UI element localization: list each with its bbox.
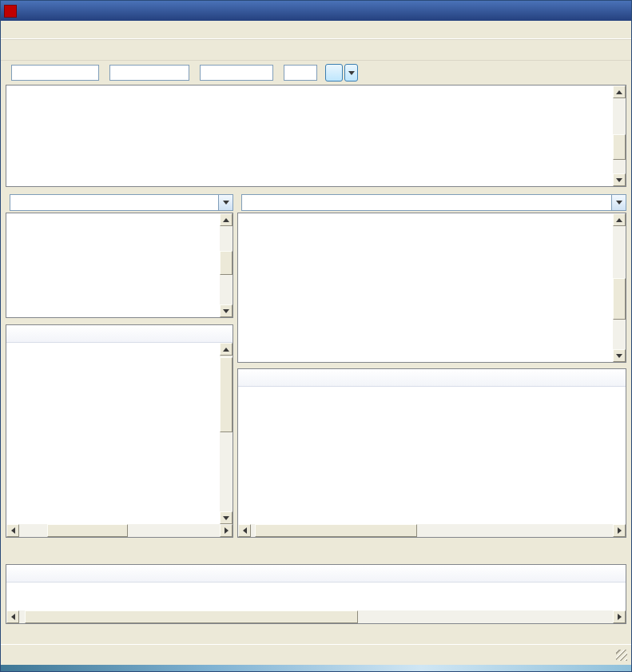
arrow-right-icon (618, 527, 622, 534)
message-log (6, 85, 613, 186)
tree-list-splitter[interactable] (6, 318, 233, 324)
local-file-list (6, 343, 220, 524)
main-panels (6, 193, 626, 558)
quickconnect-bar (1, 61, 631, 85)
transfer-queue-panel (6, 564, 626, 624)
scrollbar-thumb[interactable] (613, 134, 626, 160)
scroll-down-button[interactable] (220, 304, 233, 317)
tree-list-splitter[interactable] (237, 363, 626, 368)
filezilla-app-icon (4, 5, 17, 18)
message-log-scrollbar[interactable] (613, 85, 626, 186)
scroll-right-button[interactable] (613, 524, 626, 537)
scrollbar-track[interactable] (613, 98, 626, 173)
resize-grip[interactable] (616, 650, 627, 661)
scroll-left-button[interactable] (238, 524, 251, 537)
scroll-left-button[interactable] (6, 610, 19, 623)
scrollbar-thumb[interactable] (220, 251, 233, 274)
local-list-horizontal-scrollbar[interactable] (6, 524, 233, 537)
scroll-down-button[interactable] (220, 511, 233, 524)
chevron-down-icon (616, 201, 622, 205)
arrow-left-icon (11, 614, 15, 620)
scrollbar-track[interactable] (220, 226, 233, 304)
arrow-down-icon (616, 178, 622, 182)
toolbar (1, 39, 631, 61)
remote-list-horizontal-scrollbar[interactable] (238, 524, 626, 537)
message-log-panel (6, 85, 626, 187)
remote-tree-scrollbar[interactable] (613, 213, 626, 362)
horizontal-splitter[interactable] (1, 187, 631, 193)
scrollbar-track[interactable] (220, 356, 233, 511)
status-bar (1, 644, 631, 665)
arrow-down-icon (616, 354, 622, 358)
remote-tree-panel (237, 213, 626, 363)
local-file-list-panel (6, 324, 233, 538)
local-status-text (6, 540, 233, 558)
arrow-down-icon (223, 516, 229, 520)
quickconnect-button[interactable] (325, 64, 343, 82)
scroll-down-button[interactable] (613, 173, 626, 186)
scrollbar-thumb[interactable] (255, 524, 418, 537)
remote-panel (237, 193, 626, 558)
scrollbar-track[interactable] (251, 524, 613, 537)
local-site-bar (6, 193, 233, 213)
remote-file-list-panel (237, 368, 626, 538)
scrollbar-thumb[interactable] (613, 278, 626, 320)
scrollbar-thumb[interactable] (220, 357, 233, 432)
remote-list-header (238, 369, 626, 387)
scrollbar-track[interactable] (613, 226, 626, 349)
queue-tabs (1, 624, 631, 644)
local-directory-tree (6, 213, 220, 317)
arrow-left-icon (243, 527, 247, 534)
queue-header (6, 565, 626, 583)
queue-body (6, 583, 626, 610)
remote-file-list (238, 387, 626, 524)
scroll-up-button[interactable] (613, 213, 626, 226)
scroll-left-button[interactable] (6, 524, 19, 537)
password-input[interactable] (200, 65, 273, 81)
arrow-up-icon (616, 90, 622, 94)
remote-site-bar (237, 193, 626, 213)
arrow-up-icon (616, 218, 622, 222)
arrow-down-icon (223, 309, 229, 313)
scrollbar-track[interactable] (19, 524, 220, 537)
scroll-down-button[interactable] (613, 349, 626, 362)
arrow-right-icon (618, 614, 622, 620)
quickconnect-dropdown-button[interactable] (344, 64, 358, 82)
local-site-combo[interactable] (10, 194, 233, 211)
arrow-left-icon (11, 527, 15, 534)
combo-dropdown-button[interactable] (218, 195, 233, 210)
local-panel (6, 193, 233, 558)
chevron-down-icon (348, 71, 355, 75)
arrow-up-icon (223, 348, 229, 352)
scroll-up-button[interactable] (613, 85, 626, 98)
remote-status-text (237, 540, 626, 558)
scroll-right-button[interactable] (220, 524, 233, 537)
arrow-up-icon (223, 218, 229, 222)
host-input[interactable] (11, 65, 99, 81)
scrollbar-thumb[interactable] (47, 524, 127, 537)
scrollbar-track[interactable] (19, 610, 613, 623)
window-bottom-frame (1, 665, 631, 671)
chevron-down-icon (223, 201, 229, 205)
local-list-scrollbar[interactable] (220, 343, 233, 524)
username-input[interactable] (109, 65, 189, 81)
arrow-right-icon (225, 527, 229, 534)
combo-dropdown-button[interactable] (611, 195, 626, 210)
local-tree-scrollbar[interactable] (220, 213, 233, 317)
scrollbar-thumb[interactable] (25, 610, 357, 623)
port-input[interactable] (284, 65, 317, 81)
scroll-right-button[interactable] (613, 610, 626, 623)
scroll-up-button[interactable] (220, 343, 233, 356)
local-list-header (6, 325, 233, 343)
menu-bar (1, 21, 631, 39)
title-bar[interactable] (1, 1, 631, 21)
local-tree-panel (6, 213, 233, 318)
scroll-up-button[interactable] (220, 213, 233, 226)
queue-horizontal-scrollbar[interactable] (6, 610, 626, 623)
remote-directory-tree (238, 213, 613, 362)
filezilla-window (0, 0, 632, 672)
remote-site-combo[interactable] (241, 194, 626, 211)
